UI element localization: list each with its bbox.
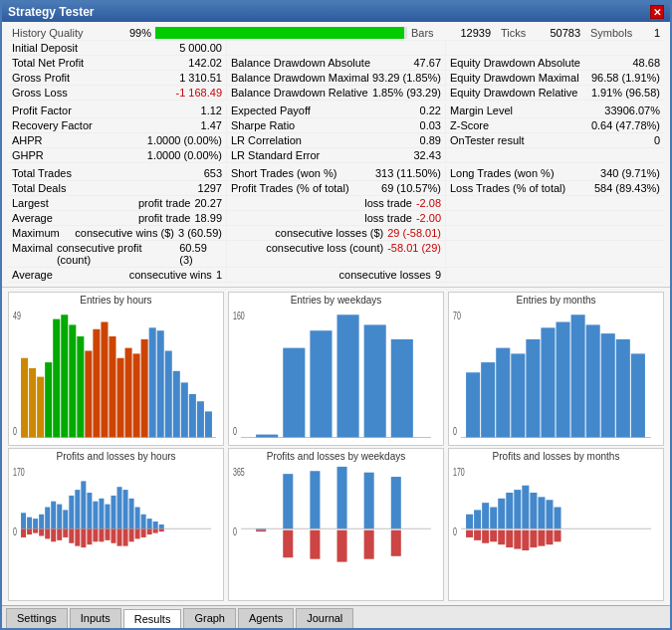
history-quality-fill xyxy=(155,27,404,39)
z-score-value: 0.64 (47.78%) xyxy=(591,119,660,131)
svg-rect-46 xyxy=(586,324,600,437)
max-consec-wins-value: 3 (60.59) xyxy=(178,227,222,239)
equity-drawdown-abs-value: 48.68 xyxy=(632,57,660,69)
strategy-tester-window: Strategy Tester ✕ History Quality 99% Ba… xyxy=(0,0,672,630)
svg-rect-136 xyxy=(506,529,513,546)
ahpr-label: AHPR xyxy=(12,134,43,146)
svg-rect-49 xyxy=(631,353,645,437)
avg-consec-label: Average xyxy=(12,269,53,281)
svg-rect-31 xyxy=(310,330,332,437)
tab-inputs[interactable]: Inputs xyxy=(70,608,121,628)
avg-loss-value: -2.00 xyxy=(416,212,441,224)
svg-rect-95 xyxy=(129,528,134,541)
svg-rect-119 xyxy=(466,514,473,528)
empty-cell-2 xyxy=(446,41,664,55)
svg-rect-129 xyxy=(546,500,553,528)
bars-label: Bars xyxy=(411,27,441,39)
total-deals-value: 1297 xyxy=(198,182,222,194)
balance-drawdown-max-label: Balance Drawdown Maximal xyxy=(231,72,369,84)
net-profit-label: Total Net Profit xyxy=(12,57,84,69)
total-trades-value: 653 xyxy=(204,167,222,179)
tab-results[interactable]: Results xyxy=(123,609,182,628)
svg-rect-100 xyxy=(159,528,164,531)
maximum-row: Maximum consecutive wins ($) 3 (60.59) c… xyxy=(8,226,664,241)
svg-rect-23 xyxy=(189,394,196,438)
svg-rect-17 xyxy=(141,339,148,438)
svg-rect-99 xyxy=(153,528,158,532)
recovery-factor-row: Recovery Factor 1.47 Sharpe Ratio 0.03 Z… xyxy=(8,118,664,133)
bottom-charts-row: Profits and losses by hours 170 0 xyxy=(8,448,664,602)
ticks-label: Ticks xyxy=(501,27,531,39)
pnl-by-weekdays-chart: Profits and losses by weekdays 365 0 xyxy=(228,448,444,602)
svg-rect-70 xyxy=(123,490,128,528)
ghpr-value: 1.0000 (0.00%) xyxy=(147,149,222,161)
balance-drawdown-abs-value: 47.67 xyxy=(413,57,441,69)
tab-settings[interactable]: Settings xyxy=(6,608,68,628)
maximal-label: Maximal xyxy=(12,242,53,266)
svg-rect-2 xyxy=(21,358,28,438)
svg-rect-45 xyxy=(571,315,585,437)
svg-rect-73 xyxy=(141,514,146,528)
svg-rect-11 xyxy=(93,329,100,438)
main-content: History Quality 99% Bars 12939 Ticks 507… xyxy=(2,22,670,628)
equity-drawdown-abs-label: Equity Drawdown Absolute xyxy=(450,57,580,69)
entries-by-months-chart: Entries by months 70 0 xyxy=(448,292,664,446)
svg-rect-107 xyxy=(337,466,347,527)
svg-rect-30 xyxy=(283,348,305,438)
svg-rect-48 xyxy=(616,339,630,438)
gross-loss-value: -1 168.49 xyxy=(176,87,222,99)
profit-factor-row: Profit Factor 1.12 Expected Payoff 0.22 … xyxy=(8,104,664,118)
svg-rect-127 xyxy=(530,493,537,528)
svg-rect-91 xyxy=(105,528,110,540)
svg-rect-121 xyxy=(482,503,489,528)
svg-rect-61 xyxy=(69,495,74,527)
tab-journal[interactable]: Journal xyxy=(296,608,353,628)
balance-drawdown-max-cell: Balance Drawdown Maximal 93.29 (1.85%) xyxy=(227,71,446,85)
svg-rect-9 xyxy=(77,336,84,438)
lr-correlation-value: 0.89 xyxy=(420,134,441,146)
svg-rect-55 xyxy=(33,519,38,528)
svg-rect-7 xyxy=(61,315,68,437)
largest-label: Largest xyxy=(12,197,49,209)
svg-rect-75 xyxy=(153,522,158,528)
equity-drawdown-rel-value: 1.91% (96.58) xyxy=(591,87,660,99)
largest-row: Largest profit trade 20.27 loss trade -2… xyxy=(8,196,664,211)
svg-text:365: 365 xyxy=(233,466,245,478)
equity-drawdown-max-cell: Equity Drawdown Maximal 96.58 (1.91%) xyxy=(446,71,664,85)
svg-rect-8 xyxy=(69,324,76,437)
tab-agents[interactable]: Agents xyxy=(238,608,294,628)
largest-profit-value: 20.27 xyxy=(194,197,222,209)
on-tester-value: 0 xyxy=(654,134,660,146)
largest-loss-value: -2.08 xyxy=(416,197,441,209)
svg-rect-140 xyxy=(538,529,545,545)
total-deals-row: Total Deals 1297 Profit Trades (% of tot… xyxy=(8,181,664,196)
svg-rect-109 xyxy=(391,477,401,528)
svg-text:0: 0 xyxy=(13,425,17,437)
recovery-factor-label: Recovery Factor xyxy=(12,119,93,131)
close-button[interactable]: ✕ xyxy=(650,5,664,19)
empty-cell-1 xyxy=(227,41,446,55)
tab-graph[interactable]: Graph xyxy=(183,608,236,628)
svg-rect-106 xyxy=(310,471,320,528)
max-consec-losses-sublabel: consecutive losses ($) xyxy=(275,227,383,239)
svg-rect-122 xyxy=(490,507,497,528)
svg-rect-34 xyxy=(391,339,413,438)
gross-loss-label: Gross Loss xyxy=(12,87,68,99)
lr-std-error-value: 32.43 xyxy=(413,149,441,161)
svg-rect-56 xyxy=(39,514,44,528)
svg-rect-33 xyxy=(364,324,386,437)
svg-rect-124 xyxy=(506,493,513,528)
avg-consec-wins-value: 1 xyxy=(216,269,222,281)
svg-rect-97 xyxy=(141,528,146,537)
svg-rect-41 xyxy=(511,353,525,437)
svg-text:0: 0 xyxy=(453,526,457,538)
entries-by-weekdays-chart: Entries by weekdays 160 0 xyxy=(228,292,444,446)
pnl-weekdays-svg: 365 0 xyxy=(231,464,441,594)
pnl-by-hours-area: 170 0 xyxy=(11,464,221,594)
svg-rect-43 xyxy=(541,327,555,437)
svg-rect-90 xyxy=(99,528,104,541)
equity-drawdown-rel-cell: Equity Drawdown Relative 1.91% (96.58) xyxy=(446,86,664,100)
svg-rect-105 xyxy=(283,474,293,528)
entries-by-weekdays-area: 160 0 SunMonTueWedThuFriSat xyxy=(231,308,441,438)
svg-text:0: 0 xyxy=(233,425,237,437)
